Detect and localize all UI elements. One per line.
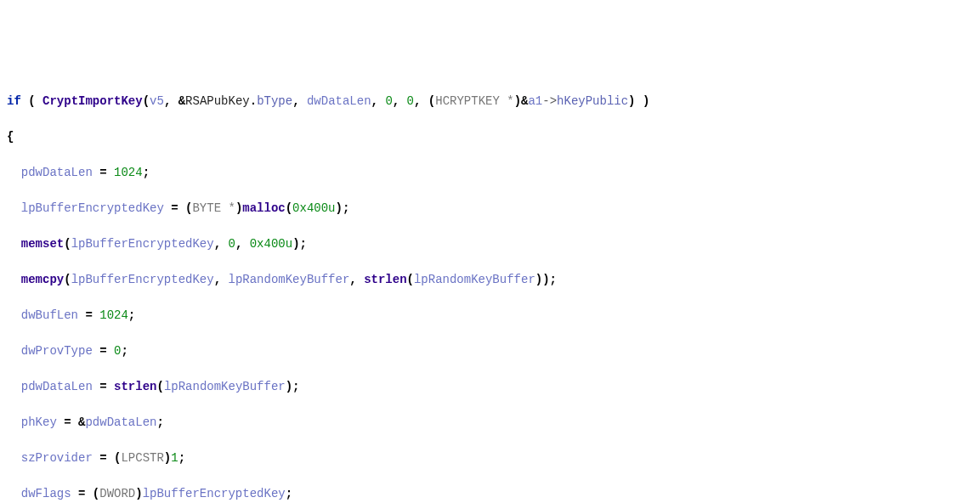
call-cryptimportkey: CryptImportKey (42, 94, 143, 108)
code-line: dwBufLen = 1024; (7, 307, 973, 325)
call-strlen: strlen (114, 380, 156, 393)
kw-if: if (7, 94, 21, 108)
code-line: dwProvType = 0; (7, 342, 973, 360)
code-line: lpBufferEncryptedKey = (BYTE *)malloc(0x… (7, 200, 973, 218)
code-line: memset(lpBufferEncryptedKey, 0, 0x400u); (7, 235, 973, 253)
code-line: phKey = &pdwDataLen; (7, 414, 973, 432)
code-line: pdwDataLen = strlen(lpRandomKeyBuffer); (7, 378, 973, 396)
call-memset: memset (21, 237, 64, 251)
call-strlen: strlen (364, 273, 406, 286)
code-line: memcpy(lpBufferEncryptedKey, lpRandomKey… (7, 271, 973, 289)
code-line: if ( CryptImportKey(v5, &RSAPubKey.bType… (7, 93, 973, 110)
code-line: { (7, 128, 973, 146)
code-line: pdwDataLen = 1024; (7, 164, 973, 182)
call-memcpy: memcpy (21, 273, 64, 286)
code-line: dwFlags = (DWORD)lpBufferEncryptedKey; (7, 485, 973, 503)
call-malloc: malloc (242, 201, 285, 215)
code-line: szProvider = (LPCSTR)1; (7, 449, 973, 467)
decompiled-code-block: if ( CryptImportKey(v5, &RSAPubKey.bType… (7, 75, 973, 503)
